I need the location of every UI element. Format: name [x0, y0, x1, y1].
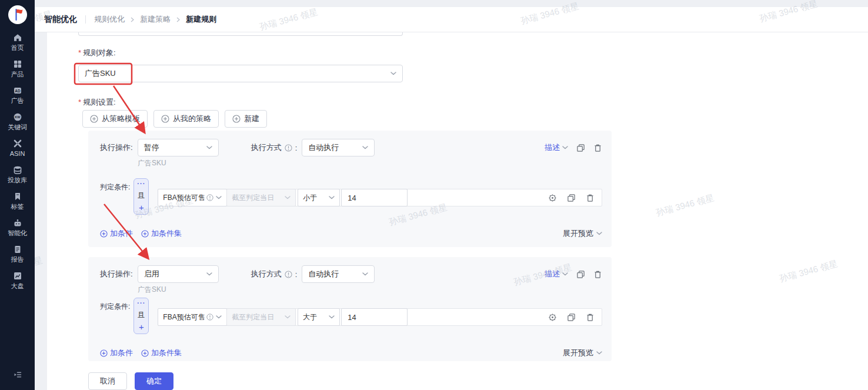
delete-condition-icon[interactable] [586, 313, 595, 322]
keyword-icon: KW [13, 112, 22, 122]
condition-operator-select[interactable]: 大于 [298, 308, 340, 326]
sidebar-item-library[interactable]: 投放库 [8, 165, 27, 184]
new-rule-button[interactable]: 新建 [225, 110, 267, 128]
circle-plus-icon [141, 349, 149, 357]
breadcrumb-new-rule: 新建规则 [186, 14, 216, 25]
copy-condition-icon[interactable] [567, 313, 576, 322]
page-title: 智能优化 [44, 14, 77, 25]
condition-period-select: 截至判定当日 [226, 308, 296, 326]
circle-plus-icon [232, 115, 241, 123]
condition-label: 判定条件: [100, 302, 130, 312]
ad-badge-icon: AD [13, 86, 22, 95]
copy-card-icon[interactable] [576, 270, 585, 279]
breadcrumb-chevron-icon [176, 17, 181, 22]
rule-object-select[interactable]: 广告SKU [78, 65, 403, 82]
condition-field-select[interactable]: FBA预估可售... [158, 189, 227, 206]
add-condition-set-link[interactable]: 加条件集 [141, 228, 182, 239]
report-doc-icon [13, 245, 22, 254]
circle-plus-icon [141, 230, 149, 238]
expand-preview-toggle[interactable]: 展开预览 [563, 348, 602, 358]
describe-toggle[interactable]: 描述 [545, 142, 568, 153]
sidebar-item-dashboard[interactable]: 大盘 [11, 271, 24, 289]
sidebar-item-label: 智能化 [8, 230, 27, 236]
from-strategy-template-button[interactable]: 从策略模板 [82, 110, 148, 128]
condition-row: FBA预估可售... 截至判定当日 小于 [158, 189, 602, 206]
chevron-down-icon [562, 272, 568, 276]
info-icon [206, 314, 213, 321]
rule-card-enable: 执行操作: 启用 执行方式 : 自动执行 描述 [88, 257, 612, 361]
breadcrumb-rule-optimization[interactable]: 规则优化 [94, 14, 125, 25]
add-condition-link[interactable]: 加条件 [100, 348, 133, 358]
info-icon [285, 271, 292, 278]
condition-logic-pill: ··· 且 + [133, 298, 149, 334]
condition-value-input[interactable] [341, 308, 408, 326]
logic-more-dots[interactable]: ··· [137, 181, 145, 187]
sidebar-item-asin[interactable]: ASIN [10, 139, 25, 157]
exec-action-label: 执行操作: [100, 142, 133, 153]
add-condition-set-link[interactable]: 加条件集 [141, 348, 182, 358]
sidebar-collapse-icon[interactable] [13, 370, 22, 382]
sidebar-item-label: 首页 [11, 45, 24, 51]
exec-mode-select[interactable]: 自动执行 [302, 265, 375, 283]
library-database-icon [13, 165, 22, 175]
rule-settings-label: *规则设置: [78, 97, 116, 108]
condition-field-select[interactable]: FBA预估可售... [158, 308, 227, 326]
delete-condition-icon[interactable] [586, 194, 595, 202]
sidebar-item-tags[interactable]: 标签 [11, 192, 24, 210]
circle-plus-icon [100, 230, 108, 238]
breadcrumb-new-strategy[interactable]: 新建策略 [140, 14, 171, 25]
copy-condition-icon[interactable] [567, 194, 576, 202]
logic-more-dots[interactable]: ··· [137, 300, 145, 306]
condition-logic-pill: ··· 且 + [133, 178, 149, 215]
chevron-down-icon [206, 146, 212, 149]
main-content: *规则对象: 广告SKU *规则设置: 从策略模板 从我的策略 新建 执行操作:… [47, 32, 868, 390]
sidebar-item-home[interactable]: 首页 [11, 33, 24, 51]
logic-add-button[interactable]: + [139, 322, 144, 331]
condition-label: 判定条件: [100, 182, 130, 192]
sidebar-item-label: 关键词 [8, 124, 27, 131]
exec-action-select[interactable]: 启用 [138, 265, 219, 283]
exec-mode-select[interactable]: 自动执行 [302, 139, 375, 156]
logic-add-button[interactable]: + [139, 203, 144, 212]
chevron-down-icon [206, 272, 212, 276]
rule-object-label: *规则对象: [78, 48, 116, 58]
condition-operator-select[interactable]: 小于 [298, 189, 340, 206]
robot-icon [13, 218, 22, 228]
delete-card-icon[interactable] [593, 144, 602, 152]
market-chart-icon [13, 271, 22, 281]
required-mark: * [78, 98, 81, 106]
sidebar-item-keywords[interactable]: KW 关键词 [8, 112, 27, 131]
chevron-down-icon [390, 72, 396, 75]
confirm-button[interactable]: 确定 [135, 372, 173, 390]
copy-card-icon[interactable] [576, 144, 585, 152]
circle-plus-icon [161, 115, 169, 123]
exec-mode-label: 执行方式 : [251, 142, 298, 153]
from-my-strategy-button[interactable]: 从我的策略 [153, 110, 219, 128]
sidebar-item-reports[interactable]: 报告 [11, 245, 24, 263]
exec-action-select[interactable]: 暂停 [138, 139, 219, 156]
sidebar-item-ads[interactable]: AD 广告 [11, 86, 24, 104]
chevron-down-icon [329, 315, 335, 319]
chevron-down-icon [329, 196, 335, 199]
products-grid-icon [13, 59, 22, 69]
condition-value-input[interactable] [341, 189, 408, 206]
app-logo[interactable] [8, 5, 28, 25]
expand-preview-toggle[interactable]: 展开预览 [563, 228, 602, 239]
add-condition-link[interactable]: 加条件 [100, 228, 133, 239]
describe-toggle[interactable]: 描述 [545, 269, 568, 279]
home-icon [13, 33, 22, 42]
condition-settings-icon[interactable] [548, 194, 557, 202]
sidebar-item-label: ASIN [10, 151, 25, 157]
delete-card-icon[interactable] [593, 270, 602, 279]
cancel-button[interactable]: 取消 [88, 372, 127, 390]
condition-settings-icon[interactable] [548, 313, 557, 322]
chevron-down-icon [216, 196, 222, 199]
logic-and-toggle[interactable]: 且 [138, 192, 145, 199]
sidebar-item-intelligence[interactable]: 智能化 [8, 218, 27, 236]
sidebar-item-products[interactable]: 产品 [11, 59, 24, 78]
svg-text:AD: AD [15, 89, 21, 93]
sidebar-item-label: 大盘 [11, 283, 24, 289]
logic-and-toggle[interactable]: 且 [138, 311, 145, 318]
circle-plus-icon [90, 115, 98, 123]
chevron-down-icon [216, 315, 222, 319]
